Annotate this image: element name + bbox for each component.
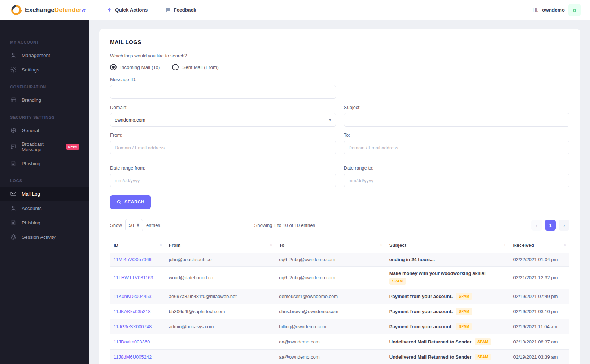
topbar-user-area: Hi, owndemo o bbox=[533, 4, 590, 16]
to-label: To: bbox=[344, 132, 570, 138]
column-header-id[interactable]: ID↑↓ bbox=[110, 238, 165, 253]
radio-sent-control[interactable] bbox=[172, 64, 179, 70]
sidebar-item-accounts[interactable]: Accounts bbox=[0, 201, 89, 215]
cell-subject: ending in 24 hours... bbox=[386, 253, 510, 267]
domain-select[interactable]: owndemo.com ▾ bbox=[110, 113, 336, 127]
domain-field-group: Domain: owndemo.com ▾ bbox=[110, 105, 336, 127]
pagination-prev-button[interactable]: ‹ bbox=[531, 220, 542, 231]
subject-text: Make money with your woodworking skills! bbox=[389, 271, 506, 276]
pagination-page-1-button[interactable]: 1 bbox=[545, 220, 556, 231]
sidebar-item-label: Broadcast Message bbox=[22, 141, 61, 152]
column-header-from[interactable]: From↑↓ bbox=[165, 238, 276, 253]
brand-zone: ExchangeDefender « bbox=[0, 4, 89, 16]
sidebar-item-broadcast-message[interactable]: Broadcast Message NEW! bbox=[0, 137, 89, 156]
table-row: 11JKAKkc035218 b5306d4f@saphirtech.com c… bbox=[110, 304, 569, 319]
sort-icon[interactable]: ↑↓ bbox=[504, 243, 506, 247]
date-from-input[interactable] bbox=[110, 174, 336, 187]
message-id-field-group: Message ID: bbox=[110, 77, 336, 99]
sort-icon[interactable]: ↑↓ bbox=[380, 243, 382, 247]
from-field-group: From: bbox=[110, 132, 336, 154]
domain-label: Domain: bbox=[110, 105, 336, 110]
quick-actions-button[interactable]: Quick Actions bbox=[106, 7, 148, 13]
message-id-link[interactable]: 11K0nKDk004453 bbox=[114, 294, 152, 299]
sidebar-item-branding[interactable]: Branding bbox=[0, 93, 89, 107]
user-icon bbox=[10, 52, 17, 58]
sidebar-item-label: Branding bbox=[22, 97, 41, 103]
quick-actions-label: Quick Actions bbox=[115, 7, 148, 13]
sidebar-item-management[interactable]: Management bbox=[0, 48, 89, 62]
sidebar-collapse-icon[interactable]: « bbox=[82, 6, 86, 14]
message-id-link[interactable]: 11LHWTTV031163 bbox=[114, 275, 153, 280]
section-heading-security-settings: Security Settings bbox=[0, 111, 89, 123]
radio-incoming-control[interactable] bbox=[110, 64, 117, 70]
page-size-select[interactable]: 50 ▲ ▼ bbox=[125, 219, 143, 231]
broadcast-chat-icon bbox=[10, 144, 17, 150]
mail-log-table: ID↑↓ From↑↓ To↑↓ Subject↑↓ Received↑↓ 11… bbox=[110, 238, 569, 364]
sidebar-item-label: Phishing bbox=[22, 220, 40, 225]
cell-from: b5306d4f@saphirtech.com bbox=[165, 304, 276, 319]
from-input[interactable] bbox=[110, 141, 336, 154]
spam-badge: SPAM bbox=[456, 293, 472, 300]
user-avatar[interactable]: o bbox=[568, 4, 581, 16]
cell-received: 02/21/2021 12:32 pm bbox=[510, 267, 569, 289]
radio-sent-mail[interactable]: Sent Mail (From) bbox=[172, 64, 219, 70]
new-badge: NEW! bbox=[66, 144, 79, 150]
sidebar-item-label: Accounts bbox=[22, 206, 42, 211]
cell-subject: Payment from your account.SPAM bbox=[386, 304, 510, 319]
cell-subject: Make money with your woodworking skills!… bbox=[386, 267, 510, 289]
column-header-received[interactable]: Received↑↓ bbox=[510, 238, 569, 253]
top-bar: ExchangeDefender « Quick Actions Feedbac… bbox=[0, 0, 590, 20]
sidebar-item-mail-log[interactable]: Mail Log bbox=[0, 187, 89, 201]
cell-from bbox=[165, 350, 276, 364]
page-title: MAIL LOGS bbox=[110, 39, 569, 45]
sidebar-item-phishing-settings[interactable]: Phishing bbox=[0, 156, 89, 171]
from-label: From: bbox=[110, 132, 336, 138]
sidebar-item-general[interactable]: General bbox=[0, 123, 89, 137]
cell-received: 02/19/2021 07:49 pm bbox=[510, 289, 569, 304]
sidebar-item-settings[interactable]: Settings bbox=[0, 62, 89, 77]
table-row: 11MI4hVO057066 john@beachsouh.co oq6_2nb… bbox=[110, 253, 569, 267]
message-id-link[interactable]: 11JDavim003360 bbox=[114, 339, 150, 345]
spam-badge: SPAM bbox=[456, 308, 472, 315]
main-content: MAIL LOGS Which logs would you like to s… bbox=[89, 20, 590, 364]
sidebar-item-label: General bbox=[22, 128, 39, 133]
subject-text: Undelivered Mail Returned to Sender bbox=[389, 354, 472, 360]
to-input[interactable] bbox=[344, 141, 570, 154]
mail-direction-radios: Incoming Mail (To) Sent Mail (From) bbox=[110, 64, 569, 70]
message-id-link[interactable]: 11J8dM6U005242 bbox=[114, 354, 152, 360]
subject-field-group: Subject: bbox=[344, 105, 570, 127]
chevron-down-icon: ▾ bbox=[329, 118, 331, 122]
radio-incoming-mail[interactable]: Incoming Mail (To) bbox=[110, 64, 160, 70]
date-to-input[interactable] bbox=[344, 174, 570, 187]
table-row: 11J8dM6U005242 aa@owndemo.com Undelivere… bbox=[110, 350, 569, 364]
show-label: Show bbox=[110, 223, 122, 228]
message-id-link[interactable]: 11MI4hVO057066 bbox=[114, 257, 152, 262]
feedback-label: Feedback bbox=[174, 7, 196, 13]
date-from-label: Date range from: bbox=[110, 165, 336, 171]
sidebar: My Account Management Settings Configura… bbox=[0, 20, 89, 364]
search-button[interactable]: SEARCH bbox=[110, 195, 151, 209]
subject-input[interactable] bbox=[344, 113, 570, 127]
globe-icon bbox=[10, 127, 17, 133]
message-id-input[interactable] bbox=[110, 85, 336, 99]
message-id-link[interactable]: 11JG3eSX000748 bbox=[114, 324, 152, 329]
sidebar-item-phishing-logs[interactable]: Phishing bbox=[0, 215, 89, 230]
cell-from: ae697a8.9b481f0@miaoweb.net bbox=[165, 289, 276, 304]
cell-received: 02/19/2021 03:39 am bbox=[510, 350, 569, 364]
date-to-field-group: Date range to: bbox=[344, 165, 570, 187]
cell-subject: Undelivered Mail Returned to SenderSPAM bbox=[386, 350, 510, 364]
sort-icon[interactable]: ↑↓ bbox=[270, 243, 272, 247]
column-header-subject[interactable]: Subject↑↓ bbox=[386, 238, 510, 253]
spam-badge: SPAM bbox=[475, 338, 491, 345]
brand-logo[interactable]: ExchangeDefender bbox=[10, 4, 82, 16]
message-id-link[interactable]: 11JKAKkc035218 bbox=[114, 309, 150, 314]
sort-icon[interactable]: ↑↓ bbox=[564, 243, 566, 247]
sidebar-item-session-activity[interactable]: Session Activity bbox=[0, 230, 89, 244]
feedback-button[interactable]: Feedback bbox=[165, 7, 196, 13]
sort-icon[interactable]: ↑↓ bbox=[159, 243, 162, 247]
sidebar-section-logs: Logs Mail Log Accounts Phishing Session … bbox=[0, 174, 89, 244]
column-header-to[interactable]: To↑↓ bbox=[275, 238, 386, 253]
stepper-down-icon: ▼ bbox=[137, 225, 139, 227]
pagination-next-button[interactable]: › bbox=[559, 220, 569, 231]
subject-text: Payment from your account. bbox=[389, 309, 453, 314]
